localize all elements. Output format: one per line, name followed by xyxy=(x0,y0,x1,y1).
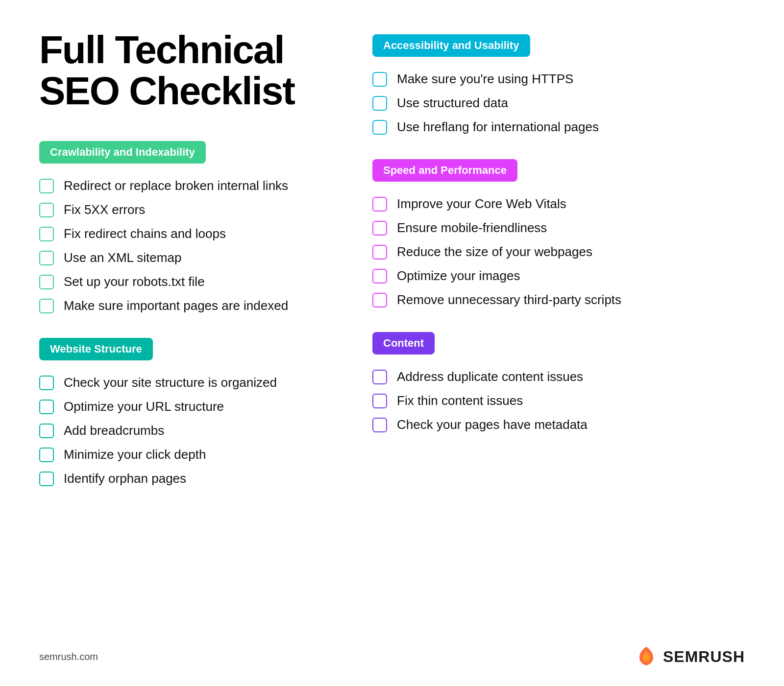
checklist-content: Address duplicate content issues Fix thi… xyxy=(372,369,745,432)
badge-speed-performance: Speed and Performance xyxy=(372,159,517,182)
list-item[interactable]: Use hreflang for international pages xyxy=(372,119,745,135)
item-label: Make sure important pages are indexed xyxy=(64,298,288,313)
footer: semrush.com SEMRUSH xyxy=(39,647,745,666)
checkbox-icon[interactable] xyxy=(39,179,54,193)
item-label: Check your site structure is organized xyxy=(64,375,277,390)
checklist-accessibility: Make sure you're using HTTPS Use structu… xyxy=(372,71,745,135)
checkbox-icon[interactable] xyxy=(372,293,387,308)
list-item[interactable]: Check your site structure is organized xyxy=(39,375,333,390)
item-label: Minimize your click depth xyxy=(64,447,206,462)
list-item[interactable]: Optimize your images xyxy=(372,268,745,284)
list-item[interactable]: Redirect or replace broken internal link… xyxy=(39,178,333,193)
section-content: Content Address duplicate content issues… xyxy=(372,332,745,432)
right-column: Accessibility and Usability Make sure yo… xyxy=(372,29,745,657)
badge-website-structure: Website Structure xyxy=(39,338,153,360)
badge-accessibility: Accessibility and Usability xyxy=(372,34,530,57)
item-label: Address duplicate content issues xyxy=(397,369,583,384)
badge-content: Content xyxy=(372,332,435,355)
checkbox-icon[interactable] xyxy=(372,245,387,260)
item-label: Improve your Core Web Vitals xyxy=(397,196,566,212)
list-item[interactable]: Minimize your click depth xyxy=(39,447,333,462)
page-title: Full TechnicalSEO Checklist xyxy=(39,29,333,112)
item-label: Remove unnecessary third-party scripts xyxy=(397,292,621,308)
item-label: Optimize your images xyxy=(397,268,520,284)
checkbox-icon[interactable] xyxy=(372,394,387,408)
section-accessibility: Accessibility and Usability Make sure yo… xyxy=(372,34,745,135)
list-item[interactable]: Make sure important pages are indexed xyxy=(39,298,333,313)
item-label: Fix 5XX errors xyxy=(64,202,145,217)
list-item[interactable]: Use an XML sitemap xyxy=(39,250,333,265)
list-item[interactable]: Set up your robots.txt file xyxy=(39,274,333,289)
list-item[interactable]: Fix redirect chains and loops xyxy=(39,226,333,241)
item-label: Set up your robots.txt file xyxy=(64,274,205,289)
semrush-icon xyxy=(635,647,658,666)
item-label: Check your pages have metadata xyxy=(397,417,588,432)
left-column: Full TechnicalSEO Checklist Crawlability… xyxy=(39,29,333,657)
item-label: Optimize your URL structure xyxy=(64,399,224,414)
checklist-website-structure: Check your site structure is organized O… xyxy=(39,375,333,486)
item-label: Use structured data xyxy=(397,95,508,111)
item-label: Reduce the size of your webpages xyxy=(397,244,592,260)
checkbox-icon[interactable] xyxy=(39,227,54,241)
semrush-logo: SEMRUSH xyxy=(635,647,745,666)
list-item[interactable]: Improve your Core Web Vitals xyxy=(372,196,745,212)
item-label: Use an XML sitemap xyxy=(64,250,181,265)
item-label: Use hreflang for international pages xyxy=(397,119,599,135)
item-label: Add breadcrumbs xyxy=(64,423,164,438)
checkbox-icon[interactable] xyxy=(372,221,387,236)
section-speed-performance: Speed and Performance Improve your Core … xyxy=(372,159,745,308)
checkbox-icon[interactable] xyxy=(39,203,54,217)
checkbox-icon[interactable] xyxy=(39,472,54,486)
list-item[interactable]: Optimize your URL structure xyxy=(39,399,333,414)
section-crawlability: Crawlability and Indexability Redirect o… xyxy=(39,141,333,313)
footer-url: semrush.com xyxy=(39,651,98,662)
item-label: Fix thin content issues xyxy=(397,393,523,408)
list-item[interactable]: Add breadcrumbs xyxy=(39,423,333,438)
semrush-brand-text: SEMRUSH xyxy=(663,648,745,666)
item-label: Identify orphan pages xyxy=(64,471,186,486)
section-website-structure: Website Structure Check your site struct… xyxy=(39,338,333,486)
list-item[interactable]: Fix thin content issues xyxy=(372,393,745,408)
checkbox-icon[interactable] xyxy=(39,376,54,390)
checkbox-icon[interactable] xyxy=(372,370,387,384)
list-item[interactable]: Identify orphan pages xyxy=(39,471,333,486)
list-item[interactable]: Check your pages have metadata xyxy=(372,417,745,432)
list-item[interactable]: Remove unnecessary third-party scripts xyxy=(372,292,745,308)
item-label: Fix redirect chains and loops xyxy=(64,226,226,241)
checkbox-icon[interactable] xyxy=(39,448,54,462)
item-label: Redirect or replace broken internal link… xyxy=(64,178,288,193)
item-label: Make sure you're using HTTPS xyxy=(397,71,573,87)
checklist-crawlability: Redirect or replace broken internal link… xyxy=(39,178,333,313)
checkbox-icon[interactable] xyxy=(372,72,387,87)
checkbox-icon[interactable] xyxy=(39,400,54,414)
badge-crawlability: Crawlability and Indexability xyxy=(39,141,206,164)
checklist-speed-performance: Improve your Core Web Vitals Ensure mobi… xyxy=(372,196,745,308)
list-item[interactable]: Address duplicate content issues xyxy=(372,369,745,384)
checkbox-icon[interactable] xyxy=(372,269,387,284)
checkbox-icon[interactable] xyxy=(39,424,54,438)
checkbox-icon[interactable] xyxy=(372,418,387,432)
checkbox-icon[interactable] xyxy=(372,197,387,212)
checkbox-icon[interactable] xyxy=(39,251,54,265)
item-label: Ensure mobile-friendliness xyxy=(397,220,547,236)
checkbox-icon[interactable] xyxy=(372,120,387,135)
checkbox-icon[interactable] xyxy=(372,96,387,111)
list-item[interactable]: Fix 5XX errors xyxy=(39,202,333,217)
list-item[interactable]: Reduce the size of your webpages xyxy=(372,244,745,260)
checkbox-icon[interactable] xyxy=(39,299,54,313)
list-item[interactable]: Make sure you're using HTTPS xyxy=(372,71,745,87)
list-item[interactable]: Use structured data xyxy=(372,95,745,111)
checkbox-icon[interactable] xyxy=(39,275,54,289)
list-item[interactable]: Ensure mobile-friendliness xyxy=(372,220,745,236)
